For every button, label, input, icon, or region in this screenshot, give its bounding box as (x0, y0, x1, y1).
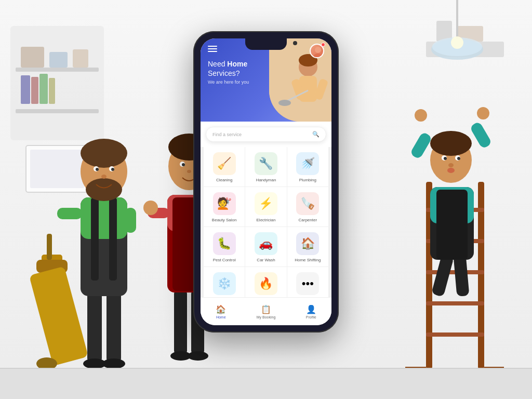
service-pest-control[interactable]: 🐛Pest Control (204, 227, 245, 267)
nav-label-my-booking: My Booking (257, 315, 276, 319)
service-label-handyman: Handyman (256, 178, 276, 182)
service-icon-car-wash: 🚗 (255, 232, 277, 255)
service-icon-handyman: 🔧 (255, 152, 277, 175)
nav-item-my-booking[interactable]: 📋My Booking (251, 302, 281, 321)
service-icon-more: ••• (296, 272, 319, 295)
service-label-home-shifting: Home Shifting (295, 258, 321, 262)
nav-icon-home: 🏠 (216, 304, 226, 314)
service-label-cleaning: Cleaning (216, 178, 233, 182)
nav-label-home: Home (216, 315, 226, 319)
service-icon-electrician: ⚡ (255, 192, 277, 215)
bottom-navigation: 🏠Home📋My Booking👤Profile (201, 297, 331, 325)
search-placeholder: Find a service (212, 132, 312, 137)
svg-point-96 (315, 47, 321, 53)
service-icon-carpenter: 🪚 (296, 192, 319, 215)
nav-icon-my-booking: 📋 (261, 304, 271, 314)
search-bar[interactable]: Find a service 🔍 (206, 127, 326, 142)
nav-icon-profile: 👤 (306, 304, 316, 314)
notification-dot (321, 43, 325, 47)
service-label-pest-control: Pest Control (213, 258, 236, 262)
service-icon-pest-control: 🐛 (213, 232, 236, 255)
search-icon: 🔍 (312, 131, 320, 138)
service-grid: 🧹Cleaning🔧Handyman🚿Plumbing💇Beauty Salon… (201, 147, 331, 307)
main-scene: Need Home Services? We are here for you … (0, 0, 532, 399)
service-beauty-salon[interactable]: 💇Beauty Salon (204, 187, 245, 227)
phone-camera (293, 41, 297, 45)
hero-text: Need Home Services? We are here for you (208, 59, 249, 85)
nav-label-profile: Profile (306, 315, 316, 319)
nav-item-home[interactable]: 🏠Home (210, 302, 231, 321)
hero-subtitle: We are here for you (208, 79, 249, 85)
hero-section: Need Home Services? We are here for you (201, 38, 331, 122)
service-icon-cleaning: 🧹 (213, 152, 236, 175)
service-home-shifting[interactable]: 🏠Home Shifting (287, 227, 328, 267)
menu-button[interactable] (208, 46, 217, 52)
hero-line2: Services? (208, 69, 240, 77)
hero-bold: Home (227, 60, 247, 68)
service-electrician[interactable]: ⚡Electrician (245, 187, 286, 227)
service-icon-gas-repair: 🔥 (255, 272, 277, 295)
service-plumbing[interactable]: 🚿Plumbing (287, 147, 328, 187)
service-car-wash[interactable]: 🚗Car Wash (245, 227, 286, 267)
service-label-plumbing: Plumbing (299, 178, 316, 182)
nav-item-profile[interactable]: 👤Profile (301, 302, 322, 321)
phone-mockup: Need Home Services? We are here for you … (193, 31, 339, 332)
service-handyman[interactable]: 🔧Handyman (245, 147, 286, 187)
service-cleaning[interactable]: 🧹Cleaning (204, 147, 245, 187)
service-icon-beauty-salon: 💇 (213, 192, 236, 215)
hero-prefix: Need (208, 60, 227, 68)
svg-point-95 (278, 100, 291, 106)
service-icon-home-shifting: 🏠 (296, 232, 319, 255)
service-label-beauty-salon: Beauty Salon (212, 218, 237, 222)
phone-notch (245, 38, 287, 50)
service-label-electrician: Electrician (257, 218, 276, 222)
service-label-car-wash: Car Wash (257, 258, 275, 262)
service-carpenter[interactable]: 🪚Carpenter (287, 187, 328, 227)
phone-screen: Need Home Services? We are here for you … (201, 38, 331, 325)
phone-frame: Need Home Services? We are here for you … (193, 31, 339, 332)
service-icon-plumbing: 🚿 (296, 152, 319, 175)
service-label-carpenter: Carpenter (299, 218, 317, 222)
room-floor (0, 368, 532, 399)
service-icon-ac-repair: ❄️ (213, 272, 236, 295)
